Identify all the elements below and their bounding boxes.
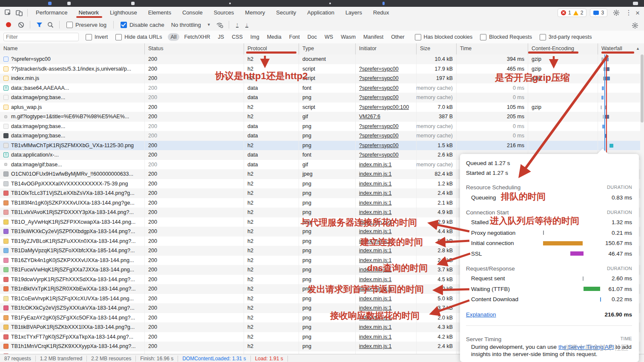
column-header-name[interactable]: Name: [0, 43, 145, 54]
tab-network[interactable]: Network: [73, 7, 104, 19]
initiator-link[interactable]: index.min.js:1: [359, 305, 391, 311]
table-row[interactable]: data:image/png;base...200datapng?sprefer…: [0, 122, 644, 131]
initiator-link[interactable]: index.min.js:1: [359, 238, 391, 244]
tab-performance[interactable]: Performance: [30, 7, 73, 19]
inspect-element-icon[interactable]: [3, 8, 14, 17]
initiator-link[interactable]: index.min.js:1: [359, 219, 391, 225]
table-row[interactable]: Tdata:;base64,AAEAAA...200datafont?spref…: [0, 83, 644, 93]
checkbox-unchecked[interactable]: [115, 34, 122, 40]
column-header-type[interactable]: Type: [299, 43, 356, 54]
network-settings-gear-icon[interactable]: [630, 21, 641, 30]
column-header-content-encoding[interactable]: Content-Encoding: [528, 43, 598, 54]
filter-pill-ws[interactable]: WS: [322, 33, 336, 41]
filter-check-blocked-requests[interactable]: Blocked Requests: [480, 34, 532, 40]
scrollbar-thumb[interactable]: [641, 54, 644, 123]
filter-check-3rd-party-requests[interactable]: 3rd-party requests: [540, 34, 592, 40]
checkbox-unchecked[interactable]: [415, 34, 421, 40]
initiator-link[interactable]: index.min.js:1: [359, 286, 391, 292]
initiator-link[interactable]: index.min.js:1: [359, 209, 391, 215]
tab-security[interactable]: Security: [270, 7, 302, 19]
initiator-link[interactable]: index.min.js:1: [359, 324, 391, 330]
initiator-link[interactable]: index.min.js:1: [359, 296, 391, 302]
initiator-link[interactable]: index.min.js:1: [359, 181, 391, 187]
checkbox-unchecked[interactable]: [480, 34, 486, 40]
initiator-link[interactable]: index.min.js:1: [359, 343, 391, 349]
filter-pill-font[interactable]: Font: [286, 33, 303, 41]
filter-check-has-blocked-cookies[interactable]: Has blocked cookies: [415, 34, 473, 40]
filter-input[interactable]: [3, 33, 79, 41]
filter-pill-other[interactable]: Other: [388, 33, 407, 41]
preserve-log-checkbox[interactable]: Preserve log: [66, 22, 106, 28]
column-header-protocol[interactable]: Protocol: [244, 43, 299, 54]
initiator-link[interactable]: index.min.js:1: [359, 257, 391, 263]
clear-network-log-icon[interactable]: [15, 20, 26, 29]
checkbox-checked[interactable]: [121, 22, 127, 28]
initiator-link[interactable]: index.min.js:1: [359, 334, 391, 340]
table-row[interactable]: ?sprefer=sypc00200h2document10.4 kB394 m…: [0, 54, 644, 64]
device-toolbar-icon[interactable]: [14, 8, 25, 17]
initiator-link[interactable]: index.min.js:1: [359, 248, 391, 254]
initiator-link[interactable]: ?sprefer=sypc00: [359, 85, 399, 91]
settings-gear-icon[interactable]: [611, 8, 622, 17]
filter-pill-css[interactable]: CSS: [229, 33, 246, 41]
filter-pill-img[interactable]: Img: [247, 33, 262, 41]
network-conditions-icon[interactable]: [214, 20, 225, 29]
tab-lighthouse[interactable]: Lighthouse: [104, 7, 143, 19]
import-har-icon[interactable]: ↑: [236, 22, 239, 28]
initiator-link[interactable]: index.min.js:1: [359, 276, 391, 282]
record-network-log-icon[interactable]: [6, 22, 11, 27]
initiator-link[interactable]: ?sprefer=sypc00: [359, 66, 399, 72]
column-header-status[interactable]: Status: [145, 43, 244, 54]
close-devtools-icon[interactable]: ×: [635, 9, 640, 17]
table-row[interactable]: m.gif?logtype=1&title=%E6%B7%98%E5%AE%..…: [0, 112, 644, 122]
checkbox-unchecked[interactable]: [540, 34, 546, 40]
initiator-link[interactable]: index.min.js:1: [359, 315, 391, 321]
tab-sources[interactable]: Sources: [208, 7, 240, 19]
table-row[interactable]: data:image/png;base...200datapng?sprefer…: [0, 93, 644, 103]
initiator-link[interactable]: index.min.js:1: [359, 171, 391, 177]
server-timing-api-link[interactable]: the Server Timing API: [558, 344, 614, 350]
disable-cache-checkbox[interactable]: Disable cache: [121, 22, 164, 28]
initiator-link[interactable]: index.min.js:1: [359, 200, 391, 206]
initiator-link[interactable]: ?sprefer=sypc00:100: [359, 104, 409, 110]
hide-data-urls-checkbox[interactable]: Hide data URLs: [115, 34, 162, 40]
column-header-size[interactable]: Size: [417, 43, 457, 54]
invert-checkbox[interactable]: Invert: [86, 34, 108, 40]
table-row[interactable]: data:image/png;base...200datapng?sprefer…: [0, 131, 644, 141]
tab-layers[interactable]: Layers: [340, 7, 368, 19]
initiator-link[interactable]: ?sprefer=sypc00: [359, 152, 399, 158]
tab-redux[interactable]: Redux: [368, 7, 395, 19]
throttling-dropdown[interactable]: No throttling ▼: [171, 22, 211, 28]
initiator-link[interactable]: index.min.js:1: [359, 228, 391, 234]
column-header-waterfall[interactable]: Waterfall ▲: [598, 43, 644, 54]
filter-pill-js[interactable]: JS: [215, 33, 227, 41]
initiator-link[interactable]: VM267:6: [359, 114, 380, 120]
table-row[interactable]: aplus_wap.js200h2script?sprefer=sypc00:1…: [0, 103, 644, 112]
filter-pill-fetch-xhr[interactable]: Fetch/XHR: [181, 33, 213, 41]
tab-console[interactable]: Console: [177, 7, 208, 19]
initiator-link[interactable]: index.min.js:1: [359, 190, 391, 196]
initiator-link[interactable]: ?sprefer=sypc00: [359, 75, 399, 81]
column-header-time[interactable]: Time: [457, 43, 528, 54]
messages-badge[interactable]: 3: [590, 9, 607, 17]
table-row[interactable]: ??jstracker/sdk-assests/5.3.1/index.js,u…: [0, 64, 644, 74]
filter-pill-doc[interactable]: Doc: [305, 33, 320, 41]
kebab-menu-icon[interactable]: ⋮: [625, 9, 632, 16]
initiator-link[interactable]: index.min.js:1: [359, 267, 391, 273]
initiator-link[interactable]: ?sprefer=sypc00: [359, 133, 399, 139]
table-row[interactable]: index.min.js200h2script?sprefer=sypc0019…: [0, 74, 644, 83]
tab-application[interactable]: Application: [302, 7, 340, 19]
initiator-link[interactable]: ?sprefer=sypc00: [359, 143, 399, 148]
initiator-link[interactable]: ?sprefer=sypc00: [359, 123, 399, 129]
initiator-link[interactable]: ?sprefer=sypc00: [359, 94, 399, 100]
export-har-icon[interactable]: ↓: [245, 22, 248, 28]
scrollbar[interactable]: [640, 54, 644, 354]
tab-elements[interactable]: Elements: [143, 7, 177, 19]
tab-memory[interactable]: Memory: [239, 7, 270, 19]
filter-pill-all[interactable]: All: [168, 33, 180, 41]
initiator-link[interactable]: index.min.js:1: [359, 162, 391, 168]
search-icon[interactable]: [45, 20, 56, 29]
filter-pill-media[interactable]: Media: [264, 33, 285, 41]
explanation-link[interactable]: Explanation: [466, 311, 496, 318]
column-header-initiator[interactable]: Initiator: [356, 43, 417, 54]
